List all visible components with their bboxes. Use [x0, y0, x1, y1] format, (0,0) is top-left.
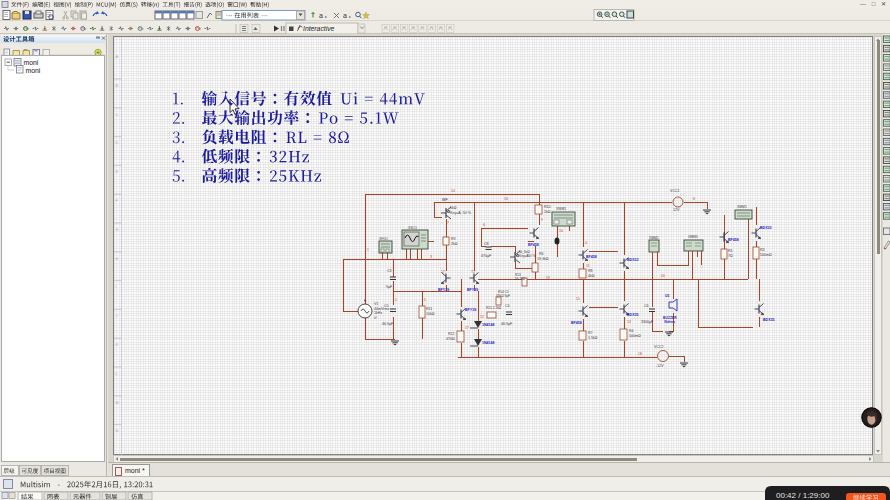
svg-text:50 %: 50 % [528, 254, 535, 258]
svg-text:XWM1: XWM1 [556, 207, 566, 211]
svg-text:BF458: BF458 [586, 255, 597, 259]
svg-text:470Ω: 470Ω [446, 337, 455, 341]
svg-text:3300µF: 3300µF [641, 320, 654, 324]
svg-text:13: 13 [627, 320, 631, 324]
svg-text:BF458: BF458 [528, 243, 539, 247]
svg-text:0°: 0° [374, 316, 378, 320]
svg-text:H: H [116, 257, 119, 261]
svg-text:R3: R3 [760, 248, 765, 252]
svg-text:R15 2.2kΩ: R15 2.2kΩ [486, 306, 502, 310]
svg-text:XMM3: XMM3 [688, 235, 698, 239]
svg-text:BDX35: BDX35 [763, 318, 775, 322]
svg-text:C8: C8 [484, 242, 489, 246]
svg-text:a: a [343, 12, 347, 19]
svg-text:/8ohms: /8ohms [664, 320, 675, 324]
svg-text:XSC1: XSC1 [408, 226, 417, 230]
svg-text:11: 11 [586, 264, 590, 268]
svg-text:56.2kΩ: 56.2kΩ [515, 277, 526, 281]
svg-text:G: G [116, 228, 119, 232]
svg-text:T1: T1 [471, 270, 475, 274]
svg-text:BF458: BF458 [728, 238, 739, 242]
svg-text:3: 3 [430, 255, 432, 259]
svg-text:VCC2: VCC2 [654, 345, 664, 349]
svg-text:R6: R6 [539, 252, 544, 256]
svg-text:moni: moni [26, 67, 41, 74]
svg-text:BFY39: BFY39 [438, 288, 449, 292]
svg-text:500mΩ: 500mΩ [629, 334, 641, 338]
svg-text:BDX33: BDX33 [760, 226, 772, 230]
svg-text:17: 17 [465, 326, 469, 330]
svg-text:C3: C3 [387, 269, 392, 273]
svg-text:16: 16 [504, 197, 508, 201]
svg-text:1N4148: 1N4148 [482, 341, 495, 345]
svg-text:C5: C5 [384, 304, 389, 308]
svg-text:470µF: 470µF [481, 254, 492, 258]
svg-text:1.5kΩ: 1.5kΩ [588, 336, 598, 340]
svg-text:7: 7 [447, 221, 449, 225]
svg-text:a: a [319, 12, 323, 19]
svg-text:BFY39: BFY39 [467, 288, 478, 292]
svg-text:14: 14 [451, 189, 455, 193]
svg-text:R11: R11 [426, 307, 432, 311]
svg-text:F: F [116, 199, 119, 203]
svg-text:BDX33: BDX33 [627, 258, 639, 262]
svg-text:-12V: -12V [656, 364, 664, 368]
svg-text:M: M [116, 401, 119, 405]
svg-text:C: C [116, 113, 119, 117]
svg-text:V1: V1 [374, 302, 378, 306]
svg-text:J: J [116, 314, 118, 318]
svg-text:9µF: 9µF [386, 285, 393, 289]
svg-text:Interactive: Interactive [303, 25, 335, 32]
svg-text:12V: 12V [673, 208, 680, 212]
svg-text:N: N [116, 429, 119, 433]
svg-text:R8: R8 [588, 269, 593, 273]
svg-text:C6: C6 [644, 304, 649, 308]
svg-text:R9: R9 [451, 237, 456, 241]
svg-text:18: 18 [638, 352, 642, 356]
svg-text:L: L [116, 372, 118, 376]
svg-text:D: D [116, 141, 119, 145]
svg-text:XMM1: XMM1 [737, 205, 747, 209]
svg-text:XFG1: XFG1 [379, 237, 388, 241]
svg-text:A: A [116, 55, 119, 59]
svg-text:5kΩ: 5kΩ [450, 206, 457, 210]
svg-text:15: 15 [576, 297, 580, 301]
svg-text:R12: R12 [448, 332, 455, 336]
svg-text:20: 20 [661, 274, 665, 278]
svg-text:R10: R10 [544, 205, 551, 209]
svg-text:VCC1: VCC1 [670, 189, 680, 193]
svg-text:1kΩ: 1kΩ [544, 210, 551, 214]
svg-text:1N4148: 1N4148 [482, 323, 495, 327]
svg-text:46.9µF: 46.9µF [501, 322, 513, 326]
svg-text:1kHz: 1kHz [374, 311, 382, 315]
svg-text:500mΩ: 500mΩ [760, 253, 772, 257]
svg-text:BDX35: BDX35 [627, 313, 639, 317]
svg-text:R5: R5 [728, 249, 733, 253]
svg-text:9: 9 [541, 218, 543, 222]
svg-text:4kΩ: 4kΩ [588, 274, 595, 278]
svg-text:XMM2: XMM2 [649, 236, 659, 240]
svg-text:10: 10 [559, 229, 563, 233]
svg-text:2: 2 [395, 298, 397, 302]
svg-text:K: K [116, 343, 119, 347]
svg-text:2kΩ: 2kΩ [451, 242, 458, 246]
svg-text:BFY39: BFY39 [465, 308, 476, 312]
svg-text:6: 6 [483, 223, 485, 227]
svg-text:4: 4 [585, 241, 587, 245]
svg-text:12: 12 [480, 315, 484, 319]
svg-text:BF458: BF458 [571, 321, 582, 325]
svg-text:1: 1 [367, 248, 369, 252]
svg-text:B: B [116, 84, 119, 88]
svg-text:U5: U5 [665, 294, 669, 298]
svg-text:19.3kΩ: 19.3kΩ [537, 257, 549, 261]
svg-text:moni: moni [24, 59, 39, 66]
svg-text:Key=A, 50 %: Key=A, 50 % [450, 211, 472, 215]
svg-text:7Ω: 7Ω [728, 254, 733, 258]
svg-text:10kΩ: 10kΩ [426, 312, 435, 316]
svg-text:8: 8 [693, 197, 695, 201]
svg-text:R4: R4 [629, 329, 634, 333]
svg-text:WF: WF [442, 198, 448, 202]
svg-text:19: 19 [546, 276, 550, 280]
svg-text:46.9µF: 46.9µF [382, 322, 394, 326]
svg-text:17: 17 [441, 270, 445, 274]
